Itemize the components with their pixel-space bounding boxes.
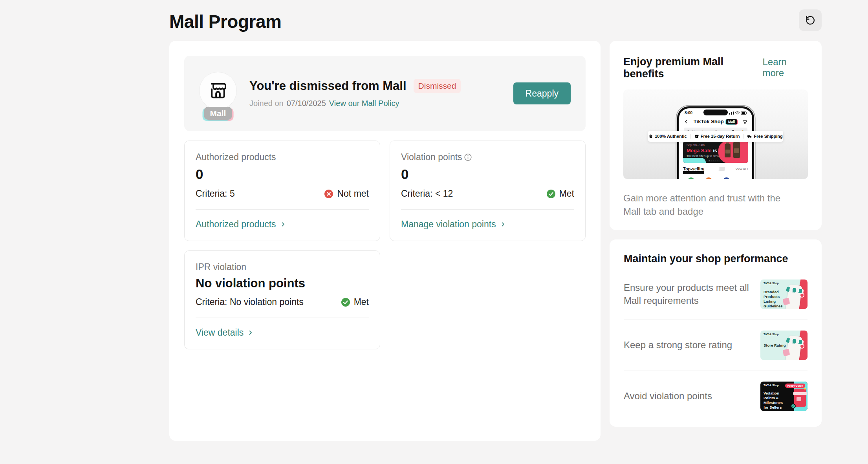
authorized-products-link[interactable]: Authorized products [196,219,286,230]
benefits-title: Enjoy premium Mall benefits [623,56,759,80]
chevron-right-icon [247,330,253,336]
fail-circle-icon [324,189,333,199]
reapply-button[interactable]: Reapply [513,82,571,104]
carousel-dots [709,161,723,162]
features-banner: 100% Authentic Free 15-day Return Free S… [648,131,783,142]
heart-icon [800,344,804,349]
truck-icon [747,134,752,139]
feature-shipping: Free Shipping [747,134,782,139]
perf-item-violation-points[interactable]: Avoid violation points ★ ✓ Policy Guide … [624,371,808,422]
lock-bag-icon [648,134,653,139]
status-met: Met [341,297,369,307]
card-label: IPR violation [196,262,246,272]
performance-title: Maintain your shop performance [624,253,808,265]
refresh-button[interactable] [799,9,822,31]
perf-item-store-rating[interactable]: Keep a strong store rating TikTok Shop S… [624,320,808,371]
mall-avatar: Mall [199,72,237,110]
phone-mockup: 8:00 TikTok Shop Mall [677,106,754,179]
criteria-grid: Authorized products 0 Criteria: 5 Not me… [184,141,586,349]
status-text: Met [559,188,574,199]
status-bar-icons [729,111,747,115]
perf-item-text: Ensure your products meet all Mall requi… [624,281,753,307]
violation-points-card: Violation points 0 Criteria: < 12 Met [390,141,586,241]
phone-notch [703,110,728,115]
feature-authentic: 100% Authentic [648,134,687,139]
tiktok-shop-logo: TikTok Shop [764,282,778,285]
perf-item-mall-requirements[interactable]: Ensure your products meet all Mall requi… [624,269,808,320]
view-all-link: View all › [736,167,748,171]
rotate-ccw-icon [805,15,815,26]
chevron-right-icon [500,221,506,227]
dismissed-banner: Mall You're dismissed from Mall Dismisse… [184,56,586,131]
feature-return: Free 15-day Return [694,134,740,139]
tiktok-shop-logo: TikTok Shop [764,384,778,387]
success-circle-icon [546,189,556,199]
policy-guide-badge: Policy Guide [785,384,805,388]
page-title: Mall Program [169,11,281,32]
phone-mall-badge: Mall [726,119,738,124]
card-criteria: Criteria: No violation points [196,297,304,307]
status-text: Met [354,297,369,307]
check-badge-icon: ✓ [791,404,796,409]
dismissed-title: You're dismissed from Mall [249,79,407,93]
chevron-right-icon [280,221,286,227]
mall-program-page: Mall Program Mall You're dismissed [0,0,868,464]
back-chevron-icon [684,119,689,124]
joined-date: 07/10/2025 [287,99,326,108]
mall-badge: Mall [204,107,232,120]
card-value: 0 [401,166,574,182]
mall-policy-link[interactable]: View our Mall Policy [329,99,399,108]
article-thumbnail[interactable]: TikTok Shop Store Rating [760,331,808,360]
status-not-met: Not met [324,188,369,199]
card-value: No violation points [196,276,369,290]
phone-app-title: TikTok Shop [694,119,724,124]
mall-promo-image: 8:00 TikTok Shop Mall [623,90,808,179]
thumb-title: Violation Points & Milestones for Seller… [764,391,788,410]
banner-subtitle: The best offer up to 80% [687,154,719,158]
banner-product-blob [718,141,748,163]
card-label: Violation points [401,152,462,163]
banner-info: You're dismissed from Mall Dismissed Joi… [249,79,461,108]
manage-violation-points-link[interactable]: Manage violation points [401,219,506,230]
tiktok-shop-logo: TikTok Shop [764,333,778,336]
thumb-title: Store Rating [764,343,788,348]
top-selling-title: Top-selling [683,166,706,171]
card-criteria: Criteria: 5 [196,188,235,199]
heart-icon [800,293,804,298]
black-highlight [683,171,704,174]
shop-performance-card: Maintain your shop performance Ensure yo… [610,239,822,427]
article-thumbnail[interactable]: TikTok Shop Branded Products Listing Gui… [760,279,808,309]
blurred-overlay [704,166,719,171]
phone-time: 8:00 [685,111,692,115]
storefront-art [794,389,806,407]
banner-corner-shape [683,158,706,163]
benefits-caption: Gain more attention and trust with the M… [623,192,800,218]
banner-dates: Sept.9th - 14th [687,144,705,146]
status-met: Met [546,188,574,199]
status-text: Not met [337,188,369,199]
article-thumbnail[interactable]: ★ ✓ Policy Guide TikTok Shop Violation P… [760,382,808,411]
success-circle-icon [341,298,350,307]
return-box-icon [694,134,699,139]
card-label: Authorized products [196,152,276,163]
card-criteria: Criteria: < 12 [401,188,453,199]
premium-benefits-card: Enjoy premium Mall benefits Learn more 8… [610,41,822,230]
card-value: 0 [196,166,369,182]
mall-status-card: Mall You're dismissed from Mall Dismisse… [169,41,601,441]
view-details-link[interactable]: View details [196,327,253,338]
ipr-violation-card: IPR violation No violation points Criter… [184,250,380,349]
perf-item-text: Avoid violation points [624,390,712,402]
thumb-title: Branded Products Listing Guidelines [764,290,788,309]
joined-prefix: Joined on [249,99,284,108]
status-badge: Dismissed [414,79,461,93]
perf-item-text: Keep a strong store rating [624,339,732,351]
learn-more-link[interactable]: Learn more [763,57,808,79]
cart-icon [742,119,747,124]
category-circles [688,177,730,179]
authorized-products-card: Authorized products 0 Criteria: 5 Not me… [184,141,380,241]
mega-sale-banner: Sept.9th - 14th Mega Sale is on The best… [683,141,748,163]
info-icon[interactable] [464,153,472,161]
storefront-icon [199,72,237,110]
